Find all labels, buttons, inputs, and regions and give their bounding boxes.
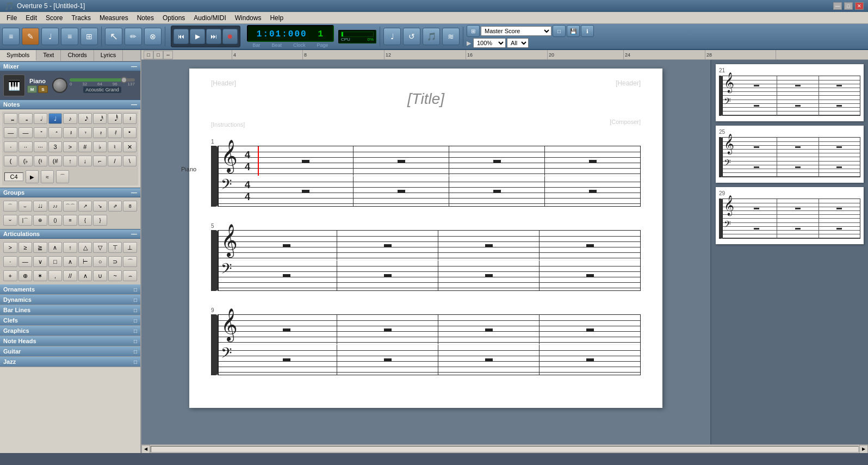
rest-1[interactable]: — (4, 127, 17, 138)
rest-2[interactable]: — (18, 127, 32, 138)
arrow-tool-button[interactable]: ↖ (105, 28, 122, 45)
solo-button[interactable]: S (38, 85, 48, 93)
group-8[interactable]: ⇗ (108, 201, 122, 212)
loop-button[interactable]: ↺ (403, 28, 420, 45)
ornaments-header[interactable]: Ornaments □ (0, 284, 140, 294)
artic-m[interactable]: , (48, 270, 63, 281)
record-button[interactable]: ⏺ (222, 29, 238, 44)
dot-3[interactable]: ··· (34, 141, 47, 152)
group-6[interactable]: ↗ (78, 201, 92, 212)
paren-nat[interactable]: (♮ (34, 156, 47, 166)
enharmonic-button[interactable]: ≈ (41, 170, 54, 183)
artic-1[interactable]: > (3, 242, 17, 253)
menu-edit[interactable]: Edit (21, 13, 41, 23)
rewind-button[interactable]: ⏮ (173, 29, 189, 44)
group-a[interactable]: 𝄑 (3, 215, 17, 226)
mute-button[interactable]: M (27, 85, 37, 93)
scroll-track[interactable] (151, 446, 859, 452)
forward-button[interactable]: ⏭ (206, 29, 221, 44)
rest-5[interactable]: 𝄽 (63, 127, 77, 138)
artic-r[interactable]: ⌢ (123, 270, 137, 281)
scroll-right-button[interactable]: ▶ (859, 445, 868, 454)
sharp[interactable]: # (78, 141, 92, 152)
paren-1[interactable]: ( (4, 156, 17, 166)
dot-2[interactable]: ·· (18, 141, 32, 152)
close-button[interactable]: ✕ (855, 2, 864, 10)
menu-measures[interactable]: Measures (95, 13, 133, 23)
artic-c[interactable]: ∨ (33, 256, 47, 267)
ruler-toggle-2[interactable]: □ (153, 51, 163, 59)
rest-9[interactable]: 𝄺 (123, 127, 137, 138)
zoom-dropdown[interactable]: 100% (473, 38, 506, 48)
artic-b[interactable]: — (18, 256, 33, 267)
menu-audio-midi[interactable]: Audio/MIDI (189, 13, 230, 23)
triplet[interactable]: 3 (48, 141, 62, 152)
dynamics-header[interactable]: Dynamics □ (0, 295, 140, 305)
stem-down[interactable]: ↓ (78, 156, 92, 166)
hamburger-button[interactable]: ≡ (2, 28, 20, 45)
clefs-header[interactable]: Clefs □ (0, 315, 140, 325)
menu-windows[interactable]: Windows (231, 13, 266, 23)
artic-n[interactable]: // (63, 270, 77, 281)
midi-button[interactable]: ≋ (442, 28, 460, 45)
rest-8[interactable]: 𝅀 (108, 127, 121, 138)
articulations-header[interactable]: Articulations — (0, 229, 140, 239)
artic-g[interactable]: ○ (93, 256, 107, 267)
menu-file[interactable]: File (2, 13, 21, 23)
menu-help[interactable]: Help (265, 13, 288, 23)
paren-sharp[interactable]: (# (48, 156, 62, 166)
dot-1[interactable]: · (4, 141, 17, 152)
artic-i[interactable]: ⌒ (123, 256, 137, 267)
artic-4[interactable]: ∧ (48, 242, 63, 253)
group-2[interactable]: ⌣ (18, 201, 33, 212)
notes-header[interactable]: Notes — (0, 100, 140, 109)
menu-notes[interactable]: Notes (133, 13, 158, 23)
artic-h[interactable]: ⊃ (108, 256, 122, 267)
guitar-header[interactable]: Guitar □ (0, 346, 140, 356)
accent[interactable]: > (63, 141, 77, 152)
group-g[interactable]: } (93, 215, 107, 226)
artic-p[interactable]: ∪ (93, 270, 107, 281)
tab-chords[interactable]: Chords (61, 50, 94, 61)
ruler-toggle-1[interactable]: □ (144, 51, 153, 59)
beam[interactable]: ⌐ (93, 156, 107, 166)
slider-thumb[interactable] (121, 77, 127, 83)
pitch-up-button[interactable]: ▶ (26, 170, 39, 183)
thirty-second-note[interactable]: 𝅘𝅥𝅰 (93, 113, 107, 124)
audio-button[interactable]: 🎵 (423, 28, 440, 45)
main-score[interactable]: [Header] [Header] [Title] [Instructions]… (141, 60, 710, 444)
sixteenth-note[interactable]: 𝅘𝅥𝅯 (78, 113, 92, 124)
tie-button[interactable]: ⌒ (56, 170, 69, 183)
artic-5[interactable]: ↑ (63, 242, 77, 253)
artic-f[interactable]: ⊢ (78, 256, 92, 267)
sixty-fourth-note[interactable]: 𝅘𝅥𝅱 (108, 113, 121, 124)
cursor-tool-button[interactable]: ✎ (22, 28, 39, 45)
graphics-header[interactable]: Graphics □ (0, 326, 140, 336)
group-3[interactable]: ♩♩ (33, 201, 47, 212)
volume-slider[interactable] (70, 78, 135, 82)
scroll-left-button[interactable]: ◀ (141, 445, 150, 454)
note-heads-header[interactable]: Note Heads □ (0, 336, 140, 346)
eighth-note[interactable]: ♪ (63, 113, 77, 124)
group-f[interactable]: { (78, 215, 92, 226)
play-button[interactable]: ▶ (190, 29, 205, 44)
menu-tracks[interactable]: Tracks (67, 13, 95, 23)
tab-symbols[interactable]: Symbols (0, 50, 36, 61)
artic-d[interactable]: □ (48, 256, 63, 267)
group-b[interactable]: |⌒ (18, 215, 33, 226)
rest-3[interactable]: 𝄻 (34, 127, 47, 138)
artic-9[interactable]: ⊥ (123, 242, 137, 253)
rest-7[interactable]: 𝄿 (93, 127, 107, 138)
tab-lyrics[interactable]: Lyrics (94, 50, 123, 61)
groups-header[interactable]: Groups — (0, 188, 140, 197)
group-e[interactable]: ≡ (63, 215, 77, 226)
artic-3[interactable]: ≧ (33, 242, 47, 253)
score-grid-button[interactable]: ⊞ (467, 25, 480, 37)
note-tool-button[interactable]: ♩ (41, 28, 59, 45)
artic-j[interactable]: + (3, 270, 17, 281)
bar-lines-header[interactable]: Bar Lines □ (0, 305, 140, 315)
ms-btn-1[interactable]: □ (553, 25, 566, 37)
artic-e[interactable]: ∧ (63, 256, 77, 267)
tab-text[interactable]: Text (36, 50, 61, 61)
artic-q[interactable]: ~ (108, 270, 122, 281)
